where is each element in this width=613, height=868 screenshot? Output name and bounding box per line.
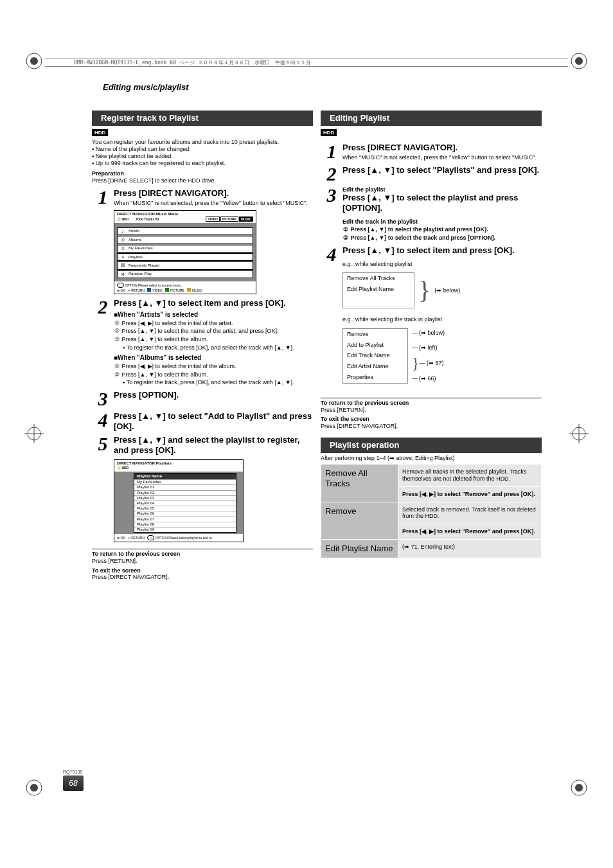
callout: (➡ 67): [427, 360, 444, 367]
print-header-text: DMR-XW300GN-RQT9135-L_eng.book 68 ページ ２０…: [74, 59, 311, 66]
caption: e.g., while selecting the track in playl…: [342, 316, 542, 323]
caption: e.g., while selecting playlist: [342, 261, 542, 268]
menu-item: Add to Playlist: [343, 340, 407, 351]
step-number: 3: [92, 390, 114, 407]
op-desc: Selected track is removed. Track itself …: [398, 502, 542, 524]
ui-row: My Favourites: [129, 246, 153, 251]
step-heading: Press [DIRECT NAVIGATOR].: [342, 143, 542, 153]
ui-table-row: Playlist 06: [134, 511, 236, 516]
page-number-badge: 68: [63, 775, 84, 791]
menu-item: Edit Track Name: [343, 350, 407, 361]
ui-mock-music-menu: DIRECT NAVIGATOR Music Menu 📀 HDD Total …: [114, 210, 256, 294]
svg-point-13: [575, 784, 583, 792]
ui-sub: HDD: [121, 466, 129, 470]
ui-table-header: Playlist Name: [134, 474, 236, 479]
ui-row: Frequently Played: [129, 263, 159, 268]
exit-text: Press [DIRECT NAVIGATOR].: [92, 574, 313, 581]
step-heading: Press [DIRECT NAVIGATOR].: [114, 188, 313, 199]
step-number: 1: [321, 143, 342, 160]
registration-mark-icon: [24, 51, 44, 71]
ui-table-row: My Favourites: [134, 479, 236, 484]
callout: (➡ left): [419, 344, 438, 351]
right-column: Editing Playlist HDD 1 Press [DIRECT NAV…: [321, 111, 542, 581]
return-text: Press [RETURN].: [92, 558, 313, 565]
ui-foot-ok: OK: [120, 288, 125, 292]
op-desc: Remove all tracks in the selected playli…: [398, 465, 542, 487]
step-subtext: When "MUSIC" is not selected, press the …: [114, 200, 313, 207]
substep-note: To register the track, press [OK], and s…: [123, 344, 313, 351]
ui-foot-option: OPTION Please select to access music.: [125, 283, 182, 287]
ui-foot-return: RETURN: [131, 288, 145, 292]
registration-mark-icon: [569, 778, 589, 797]
bullet-item: Up to 999 tracks can be registered to ea…: [92, 160, 313, 167]
op-action: Press [◀, ▶] to select "Remove" and pres…: [398, 524, 542, 540]
step-heading: Press [▲, ▼] to select "Playlists" and p…: [342, 165, 542, 175]
crosshair-icon: [569, 424, 589, 443]
preparation-text: Press [DRIVE SELECT] to select the HDD d…: [92, 177, 313, 184]
substep: Press [▲, ▼] to select the track and pre…: [351, 235, 495, 241]
step-heading: Press [OPTION].: [114, 390, 313, 400]
op-name-remove-all: Remove All Tracks: [321, 465, 398, 502]
divider: [321, 398, 542, 398]
return-heading: To return to the previous screen: [321, 400, 542, 407]
op-action: Press [◀, ▶] to select "Remove" and pres…: [398, 486, 542, 502]
ui-foot-video: VIDEO: [152, 288, 163, 292]
after-text: After performing step 1–4 (➡ above, Edit…: [321, 455, 542, 462]
return-text: Press [RETURN].: [321, 407, 542, 414]
page-title: Editing music/playlist: [103, 82, 189, 92]
substep-note: To register the track, press [OK], and s…: [123, 379, 313, 386]
ui-tab-video: VIDEO: [206, 217, 220, 222]
step-number: 4: [321, 245, 342, 263]
ui-table-row: Playlist 04: [134, 500, 236, 506]
registration-mark-icon: [24, 778, 44, 797]
ui-sub: HDD: [121, 217, 129, 221]
intro-text: You can register your favourite albums a…: [92, 139, 313, 146]
context-menu: Remove All Tracks Edit Playlist Name: [342, 272, 414, 308]
exit-heading: To exit the screen: [92, 567, 313, 574]
person-icon: ♪: [120, 229, 126, 234]
ui-table-row: Playlist 09: [134, 527, 236, 532]
menu-item: Remove: [343, 329, 407, 340]
page: DMR-XW300GN-RQT9135-L_eng.book 68 ページ ２０…: [0, 0, 613, 868]
step-heading: Press [▲, ▼] to select item and press [O…: [114, 298, 313, 308]
bullet-item: New playlist cannot be added.: [92, 153, 313, 160]
step-number: 2: [321, 165, 342, 182]
hdd-badge: HDD: [92, 129, 108, 137]
preparation-label: Preparation: [92, 170, 313, 177]
return-heading: To return to the previous screen: [92, 551, 313, 558]
ui-mock-playlists: DIRECT NAVIGATOR Playlists 📀 HDD Playlis…: [114, 459, 244, 542]
list-icon: ≡: [120, 254, 126, 260]
substep: Press [▲, ▼] to select the album.: [122, 371, 208, 378]
step-number: 5: [92, 435, 114, 452]
bullet-item: Name of the playlist can be changed.: [92, 146, 313, 153]
exit-text: Press [DIRECT NAVIGATOR].: [321, 423, 542, 430]
ui-title: DIRECT NAVIGATOR Playlists: [117, 461, 172, 465]
step-heading: Press [▲, ▼] to select "Add to Playlist"…: [114, 411, 313, 431]
ui-foot-music: MUSIC: [192, 288, 202, 292]
step-number: 1: [92, 188, 114, 206]
substep: Press [◀, ▶] to select the initial of th…: [122, 363, 236, 369]
step-heading: Press [▲, ▼] to select the playlist and …: [342, 193, 542, 213]
brace-icon: }: [418, 284, 431, 297]
shuffle-icon: ⤨: [120, 272, 126, 277]
ui-foot-option: OPTION Please select playlist to add to.: [155, 536, 213, 540]
op-name-remove: Remove: [321, 502, 398, 539]
step-pretext: Edit the playlist: [342, 186, 542, 193]
svg-point-3: [575, 57, 583, 65]
left-column: Register track to Playlist HDD You can r…: [92, 111, 313, 581]
print-header-band: DMR-XW300GN-RQT9135-L_eng.book 68 ページ ２０…: [45, 58, 568, 67]
op-name-edit-playlist-name: Edit Playlist Name: [321, 540, 398, 558]
ui-table-row: Playlist 05: [134, 506, 236, 511]
ui-table-row: Playlist 08: [134, 522, 236, 527]
note-icon: ♫: [120, 246, 126, 251]
ui-table-row: Playlist 03: [134, 495, 236, 500]
heading-register-track: Register track to Playlist: [92, 111, 313, 126]
substep: Press [◀, ▶] to select the initial of th…: [122, 320, 233, 326]
ui-foot-picture: PICTURE: [170, 288, 184, 292]
context-menu: Remove Add to Playlist Edit Track Name E…: [342, 328, 408, 384]
step-number: 3: [321, 186, 342, 204]
crosshair-icon: [24, 424, 44, 443]
substep: Press [▲, ▼] to select the playlist and …: [351, 226, 488, 233]
heading-playlist-operation: Playlist operation: [321, 438, 542, 453]
heading-editing-playlist: Editing Playlist: [321, 111, 542, 126]
